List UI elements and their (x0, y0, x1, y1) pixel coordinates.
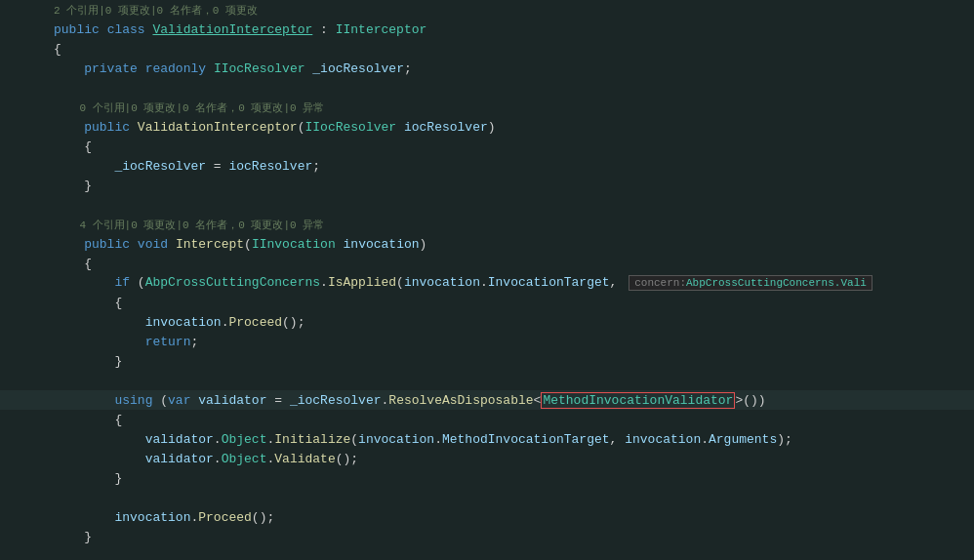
token: ( (396, 275, 404, 290)
line-content: using (var validator = _iocResolver.Reso… (44, 393, 974, 408)
token: iocResolver (404, 120, 488, 135)
token: = (206, 159, 228, 174)
token: . (320, 275, 328, 290)
token: validator (145, 452, 214, 466)
token: validator (145, 432, 214, 447)
token: } (84, 179, 92, 193)
token (168, 237, 176, 252)
token: } (84, 530, 92, 544)
token: { (54, 42, 61, 57)
code-line (0, 78, 974, 98)
token: ) (420, 237, 427, 252)
code-line (0, 488, 974, 507)
code-line: using (var validator = _iocResolver.Reso… (0, 390, 974, 410)
token: invocation (344, 237, 420, 252)
line-content: private readonly IIocResolver _iocResolv… (44, 61, 974, 76)
token: validator (198, 393, 266, 408)
token (206, 61, 214, 76)
line-content: 0 个引用|0 项更改|0 名作者，0 项更改|0 异常 (44, 100, 974, 115)
code-line: 2 个引用|0 项更改|0 名作者，0 项更改 (0, 0, 974, 20)
token (130, 120, 138, 135)
code-line: public ValidationInterceptor(IIocResolve… (0, 117, 974, 137)
token: MethodInvocationValidator (541, 392, 735, 409)
line-content: _iocResolver = iocResolver; (44, 159, 974, 174)
token: . (701, 432, 709, 447)
token: Initialize (274, 432, 350, 447)
token: Intercept (176, 237, 244, 252)
token: = (266, 393, 289, 408)
token: Arguments (709, 432, 777, 447)
code-editor: 2 个引用|0 项更改|0 名作者，0 项更改public class Vali… (0, 0, 974, 560)
token: ( (244, 237, 252, 252)
code-line (0, 371, 974, 390)
token: ; (312, 159, 320, 174)
code-line: validator.Object.Initialize(invocation.M… (0, 429, 974, 449)
token: Proceed (228, 315, 282, 330)
code-line: invocation.Proceed(); (0, 312, 974, 332)
line-content: validator.Object.Initialize(invocation.M… (44, 432, 974, 447)
token: IInvocation (252, 237, 336, 252)
line-content: return; (44, 335, 974, 349)
code-meta: 0 个引用|0 项更改|0 名作者，0 项更改|0 异常 (54, 102, 324, 114)
token: ); (777, 432, 792, 447)
code-line: } (0, 351, 974, 371)
token: var (168, 393, 190, 408)
line-content: public void Intercept(IInvocation invoca… (44, 237, 974, 252)
token: readonly (145, 61, 206, 76)
code-line: { (0, 254, 974, 273)
line-content: validator.Object.Validate(); (44, 452, 974, 466)
code-line: } (0, 527, 974, 546)
token: ( (350, 432, 358, 447)
line-content: if (AbpCrossCuttingConcerns.IsApplied(in… (44, 275, 974, 291)
token: >()) (735, 393, 765, 408)
line-content: 2 个引用|0 项更改|0 名作者，0 项更改 (44, 3, 974, 18)
line-content: { (44, 413, 974, 427)
code-line: validator.Object.Validate(); (0, 449, 974, 468)
token: invocation (145, 315, 222, 330)
token: (); (252, 510, 274, 525)
line-content: public class ValidationInterceptor : IIn… (44, 22, 974, 37)
token: . (214, 452, 222, 466)
token: MethodInvocationTarget (442, 432, 610, 447)
code-line (0, 195, 974, 215)
token: . (214, 432, 222, 447)
token: invocation (114, 510, 190, 525)
token: _iocResolver (290, 393, 382, 408)
code-meta: 4 个引用|0 项更改|0 名作者，0 项更改|0 异常 (54, 220, 324, 231)
code-line: _iocResolver = iocResolver; (0, 156, 974, 176)
token: public (54, 22, 100, 37)
code-line: } (0, 468, 974, 488)
token: { (114, 413, 122, 427)
line-content: { (44, 140, 974, 154)
token: ) (488, 120, 496, 135)
token: public (84, 237, 130, 252)
line-content (44, 198, 974, 213)
code-line: public class ValidationInterceptor : IIn… (0, 20, 974, 39)
token: ; (404, 61, 412, 76)
token: _iocResolver (114, 159, 206, 174)
code-line: { (0, 410, 974, 429)
token: } (114, 471, 122, 486)
line-content: public ValidationInterceptor(IIocResolve… (44, 120, 974, 135)
code-line: { (0, 39, 974, 59)
token: Object (222, 432, 267, 447)
line-content (44, 374, 974, 388)
token: _iocResolver (312, 61, 404, 76)
line-content: } (44, 179, 974, 193)
token (396, 120, 404, 135)
code-line: { (0, 137, 974, 156)
token: ; (190, 335, 198, 349)
token: using (114, 393, 152, 408)
token: IsApplied (328, 275, 396, 290)
token: invocation (358, 432, 434, 447)
code-line: invocation.Proceed(); (0, 507, 974, 527)
token: ValidationInterceptor (152, 22, 312, 37)
token: IIocResolver (214, 61, 305, 76)
token: invocation (625, 432, 701, 447)
code-line: if (AbpCrossCuttingConcerns.IsApplied(in… (0, 273, 974, 293)
code-line: { (0, 293, 974, 312)
token: Proceed (198, 510, 252, 525)
token: return (145, 335, 191, 349)
token: (); (336, 452, 358, 466)
code-line: 0 个引用|0 项更改|0 名作者，0 项更改|0 异常 (0, 98, 974, 117)
